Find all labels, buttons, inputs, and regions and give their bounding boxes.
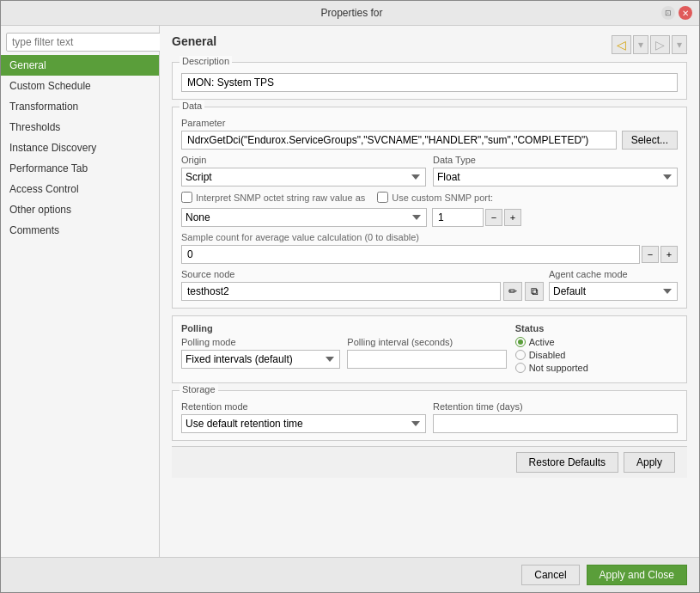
back-button[interactable]: ◁ — [612, 35, 631, 54]
sidebar-item-custom-schedule[interactable]: Custom Schedule — [1, 76, 159, 96]
retention-time-input[interactable] — [433, 414, 678, 433]
data-label: Data — [180, 101, 204, 111]
dialog-title: Properties for — [42, 7, 661, 19]
status-label: Status — [515, 323, 678, 333]
snmp-label: Interpret SNMP octet string raw value as — [196, 193, 365, 203]
retention-mode-label: Retention mode — [181, 401, 426, 412]
source-node-input[interactable] — [181, 282, 501, 301]
sidebar-item-access-control[interactable]: Access Control — [1, 179, 159, 199]
retention-time-label: Retention time (days) — [433, 401, 678, 412]
snmp-checkbox[interactable] — [181, 192, 192, 203]
storage-label: Storage — [180, 384, 218, 394]
sidebar-item-performance-tab[interactable]: Performance Tab — [1, 158, 159, 179]
polling-mode-label: Polling mode — [181, 337, 340, 347]
parameter-row: Select... — [181, 131, 678, 150]
custom-snmp-label: Use custom SNMP port: — [392, 193, 493, 203]
port-plus-btn[interactable]: + — [504, 209, 521, 226]
snmp-checkbox-row: Interpret SNMP octet string raw value as… — [181, 192, 678, 203]
dropdown-back[interactable]: ▾ — [633, 35, 648, 54]
sample-plus-btn[interactable]: + — [660, 246, 678, 263]
radio-not-supported[interactable]: Not supported — [515, 363, 678, 373]
restore-defaults-button[interactable]: Restore Defaults — [516, 452, 618, 473]
port-minus-btn[interactable]: − — [485, 209, 502, 226]
agent-cache-select[interactable]: Default On Off — [549, 282, 678, 301]
select-button[interactable]: Select... — [622, 131, 678, 150]
source-row: Source node ✏ ⧉ Agent cache mode Default… — [181, 269, 678, 301]
source-node-label: Source node — [181, 269, 544, 279]
radio-disabled[interactable]: Disabled — [515, 350, 678, 360]
sidebar-item-general[interactable]: General — [1, 55, 159, 76]
filter-input[interactable] — [6, 33, 164, 52]
apply-button[interactable]: Apply — [624, 452, 675, 473]
sample-label: Sample count for average value calculati… — [181, 232, 678, 242]
section-title: General — [172, 34, 216, 48]
restore-button[interactable]: ⊡ — [661, 6, 675, 20]
apply-close-button[interactable]: Apply and Close — [587, 565, 687, 585]
sample-spinner-row: − + — [181, 245, 678, 264]
radio-active-dot — [515, 337, 526, 347]
cancel-button[interactable]: Cancel — [521, 565, 579, 585]
polling-col: Polling Polling mode Fixed intervals (de… — [181, 323, 507, 376]
sidebar-item-transformation[interactable]: Transformation — [1, 96, 159, 117]
copy-btn[interactable]: ⧉ — [525, 282, 544, 301]
parameter-input[interactable] — [181, 131, 617, 150]
radio-disabled-dot — [515, 350, 526, 360]
agent-cache-label: Agent cache mode — [549, 269, 678, 279]
dropdown-forward[interactable]: ▾ — [672, 35, 687, 54]
footer-bar: Cancel Apply and Close — [1, 557, 699, 592]
polling-mode-select[interactable]: Fixed intervals (default) Custom schedul… — [181, 350, 340, 369]
polling-status-row: Polling Polling mode Fixed intervals (de… — [181, 323, 678, 376]
forward-button[interactable]: ▷ — [650, 35, 670, 54]
status-col: Status Active Disabled Not supported — [515, 323, 678, 376]
storage-group: Storage Retention mode Use default reten… — [172, 390, 687, 441]
pencil-btn[interactable]: ✏ — [503, 282, 522, 301]
content-area: General ◁ ▾ ▷ ▾ Description Data Paramet… — [160, 26, 699, 557]
data-type-label: Data Type — [433, 155, 678, 165]
polling-interval-label: Polling interval (seconds) — [347, 337, 506, 347]
retention-mode-select[interactable]: Use default retention time Fixed time Cu… — [181, 414, 426, 433]
close-button[interactable]: ✕ — [679, 6, 692, 20]
retention-row: Retention mode Use default retention tim… — [181, 401, 678, 433]
sidebar-item-other-options[interactable]: Other options — [1, 199, 159, 220]
title-bar: Properties for ⊡ ✕ — [1, 1, 699, 26]
radio-not-supported-label: Not supported — [529, 363, 588, 373]
sidebar-item-instance-discovery[interactable]: Instance Discovery — [1, 138, 159, 158]
polling-label: Polling — [181, 323, 507, 333]
custom-snmp-checkbox[interactable] — [377, 192, 388, 203]
polling-interval-input[interactable] — [347, 350, 506, 369]
sidebar-item-comments[interactable]: Comments — [1, 220, 159, 241]
nav-buttons: ◁ ▾ ▷ ▾ — [612, 35, 687, 54]
description-group: Description — [172, 62, 687, 100]
none-option-row: None − + — [181, 208, 678, 227]
sidebar: General Custom Schedule Transformation T… — [1, 26, 160, 557]
polling-subrow: Polling mode Fixed intervals (default) C… — [181, 337, 507, 369]
data-group: Data Parameter Select... Origin Script A… — [172, 107, 687, 309]
radio-active[interactable]: Active — [515, 337, 678, 347]
dialog-window: Properties for ⊡ ✕ General Custom Schedu… — [0, 0, 700, 593]
main-content: General Custom Schedule Transformation T… — [1, 26, 699, 557]
bottom-buttons: Restore Defaults Apply — [172, 446, 687, 478]
description-label: Description — [180, 56, 232, 66]
sample-input[interactable] — [181, 245, 640, 264]
parameter-label: Parameter — [181, 118, 678, 128]
radio-disabled-label: Disabled — [529, 350, 566, 360]
origin-label: Origin — [181, 155, 426, 165]
polling-group: Polling Polling mode Fixed intervals (de… — [172, 315, 687, 383]
snmp-port-input[interactable] — [432, 208, 484, 227]
origin-select[interactable]: Script Agent SNMP ICMP Ping — [181, 168, 426, 186]
radio-active-label: Active — [529, 337, 555, 347]
title-bar-controls: ⊡ ✕ — [661, 6, 692, 20]
description-input[interactable] — [181, 73, 678, 92]
none-select[interactable]: None — [181, 208, 427, 227]
data-type-select[interactable]: Float Integer String Boolean — [433, 168, 678, 186]
sidebar-item-thresholds[interactable]: Thresholds — [1, 117, 159, 138]
radio-not-supported-dot — [515, 363, 526, 373]
sample-minus-btn[interactable]: − — [642, 246, 659, 263]
